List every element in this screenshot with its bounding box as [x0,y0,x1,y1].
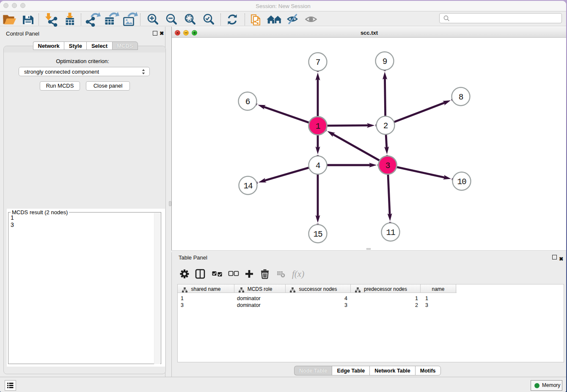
svg-text:1: 1 [316,122,320,131]
svg-text:f(x): f(x) [292,269,304,279]
svg-text:8: 8 [459,93,463,102]
svg-text:11: 11 [386,228,395,237]
svg-text:2: 2 [383,121,388,131]
svg-text:10: 10 [457,177,466,187]
svg-text:6: 6 [245,97,250,107]
svg-text:15: 15 [313,230,322,239]
svg-text:14: 14 [243,182,253,191]
svg-text:3: 3 [385,161,390,171]
svg-text:4: 4 [316,161,320,171]
svg-text:7: 7 [316,58,320,67]
svg-text:9: 9 [383,57,387,66]
